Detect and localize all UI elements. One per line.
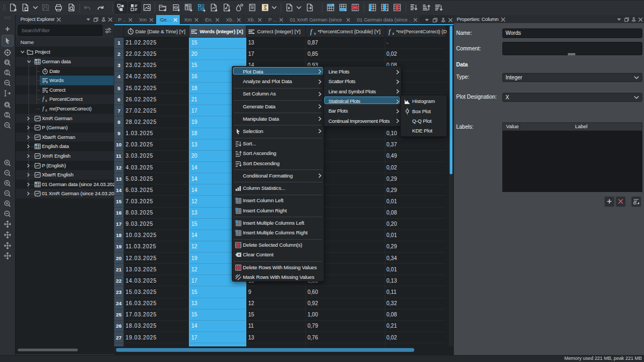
- svg-text:f: f: [42, 96, 45, 102]
- svg-text:x: x: [46, 108, 48, 112]
- svg-text:x: x: [46, 99, 48, 102]
- svg-text:f: f: [42, 106, 45, 112]
